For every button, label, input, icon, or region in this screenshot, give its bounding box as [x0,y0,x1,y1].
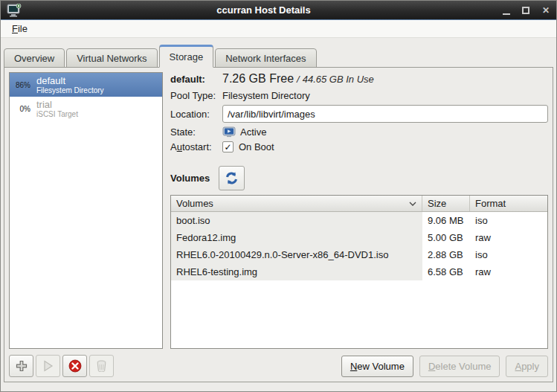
column-header-volumes[interactable]: Volumes [171,196,422,211]
pool-summary: default: 7.26 GB Free / 44.65 GB In Use [170,72,548,86]
stop-icon [68,359,82,373]
volume-row[interactable]: boot.iso 9.06 MB iso [171,212,547,229]
tab-network-interfaces[interactable]: Network Interfaces [215,48,316,68]
pool-name: trial [36,99,78,110]
volume-row[interactable]: Fedora12.img 5.00 GB raw [171,229,547,246]
add-pool-button[interactable] [9,355,33,377]
tab-storage[interactable]: Storage [159,45,214,68]
host-details-window: ccurran Host Details ✕ File Overview Vir… [0,0,557,392]
column-header-format[interactable]: Format [470,196,547,211]
autostart-value: On Boot [239,141,274,152]
autostart-label: Autostart: [170,141,222,152]
volume-row[interactable]: RHEL6-testing.img 6.58 GB raw [171,263,547,280]
volumes-header: Volumes [170,166,548,190]
volume-row[interactable]: RHEL6.0-20100429.n.0-Server-x86_64-DVD1.… [171,246,547,263]
virt-manager-icon [7,4,22,17]
sort-descending-icon [409,202,416,206]
state-active-icon [222,126,236,138]
menu-file[interactable]: File [7,22,32,36]
start-pool-button[interactable] [36,355,60,377]
window-title: ccurran Host Details [25,4,503,16]
state-value: Active [240,126,266,138]
pool-summary-name: default: [170,74,222,85]
pool-type-value: Filesystem Directory [222,90,310,101]
tab-overview[interactable]: Overview [4,48,65,68]
minimize-icon[interactable] [503,6,510,15]
volumes-table-header: Volumes Size Format [171,196,547,212]
delete-volume-button[interactable]: Delete Volume [419,356,500,377]
pool-item-trial[interactable]: 0% trial iSCSI Target [10,97,162,121]
tab-virtual-networks[interactable]: Virtual Networks [66,48,157,68]
autostart-checkbox[interactable]: ✓ [222,141,234,152]
refresh-icon [225,171,239,185]
pool-type: iSCSI Target [36,110,78,119]
new-volume-button[interactable]: New Volume [341,356,413,377]
state-row: State: Active [170,126,548,138]
pool-name: default [36,75,104,86]
pool-type-row: Pool Type: Filesystem Directory [170,90,548,101]
autostart-row: Autostart: ✓ On Boot [170,141,548,152]
pool-usage-percent: 0% [10,105,36,113]
stop-pool-button[interactable] [62,355,87,377]
delete-pool-button[interactable] [89,355,114,377]
volume-buttons: New Volume Delete Volume Apply [170,355,548,377]
state-label: State: [170,126,222,138]
refresh-volumes-button[interactable] [219,166,245,190]
pool-type: Filesystem Directory [36,86,104,95]
column-header-size[interactable]: Size [422,196,470,211]
pool-toolbar [9,355,163,377]
maximize-icon[interactable] [522,7,529,14]
volumes-title: Volumes [170,173,210,184]
pool-in-use: 44.65 GB In Use [303,74,374,85]
volumes-table: Volumes Size Format boot.iso 9.06 MB iso… [170,195,548,349]
pool-type-label: Pool Type: [170,90,222,101]
apply-button[interactable]: Apply [506,356,548,377]
location-input[interactable] [222,105,548,123]
location-label: Location: [170,109,222,120]
close-icon[interactable]: ✕ [541,6,550,15]
tabstrip: Overview Virtual Networks Storage Networ… [1,44,556,67]
location-row: Location: [170,105,548,123]
titlebar: ccurran Host Details ✕ [1,1,556,20]
storage-pool-list: 86% default Filesystem Directory 0% tria… [9,72,163,349]
pool-item-default[interactable]: 86% default Filesystem Directory [10,73,162,97]
trash-icon [96,360,107,372]
pool-usage-percent: 86% [10,81,36,89]
pool-details: default: 7.26 GB Free / 44.65 GB In Use … [170,72,548,349]
play-icon [43,360,54,372]
pool-free-space: 7.26 GB Free [222,72,294,86]
plus-icon [16,360,28,372]
storage-page: 86% default Filesystem Directory 0% tria… [4,67,553,382]
menubar: File [1,20,556,38]
